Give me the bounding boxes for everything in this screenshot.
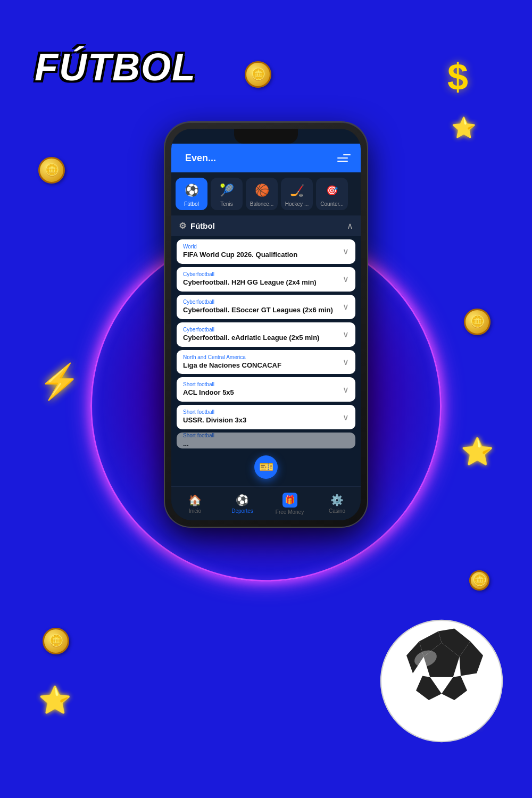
- bet-icon[interactable]: 🎫: [254, 455, 278, 479]
- league-item-2[interactable]: Cyberfootball Cyberfootball. ESoccer GT …: [177, 295, 355, 319]
- phone-notch: [234, 129, 298, 144]
- dollar-icon: $: [447, 56, 468, 98]
- sports-tabs: ⚽ Fútbol 🎾 Tenis 🏀 Balonce... 🏒 Hockey .…: [171, 172, 361, 215]
- section-title: ⚙ Fútbol: [179, 221, 215, 231]
- league-category-5: Short football: [183, 381, 338, 387]
- tab-futbol[interactable]: ⚽ Fútbol: [176, 178, 207, 210]
- coin-mid-right: 🪙: [464, 309, 491, 335]
- svg-point-0: [381, 620, 502, 742]
- phone-screen: Even... ⚽ Fútbol 🎾 Tenis 🏀: [171, 129, 361, 520]
- star-bottom-left: ⭐: [38, 685, 71, 716]
- league-chevron-1: ∨: [343, 274, 349, 284]
- baloncesto-label: Balonce...: [250, 201, 273, 207]
- section-header[interactable]: ⚙ Fútbol ∧: [171, 215, 361, 236]
- tab-counter[interactable]: 🎯 Counter...: [316, 178, 348, 210]
- league-category-7: Short football: [183, 433, 349, 438]
- futbol-label: Fútbol: [184, 201, 199, 207]
- tab-tenis[interactable]: 🎾 Tenis: [211, 178, 243, 210]
- futbol-icon: ⚽: [183, 182, 200, 199]
- league-item-3[interactable]: Cyberfootball Cyberfootball. eAdriatic L…: [177, 322, 355, 347]
- coin-bottom-left: 🪙: [43, 628, 69, 654]
- league-info-4: North and Central America Liga de Nacion…: [183, 354, 338, 370]
- league-category-2: Cyberfootball: [183, 299, 338, 305]
- league-chevron-0: ∨: [343, 246, 349, 256]
- menu-line-2: [337, 157, 348, 159]
- league-item-5[interactable]: Short football ACL Indoor 5x5 ∨: [177, 377, 355, 402]
- league-chevron-6: ∨: [343, 412, 349, 422]
- svg-marker-4: [442, 676, 467, 700]
- league-name-1: Cyberfootball. H2H GG League (2x4 min): [183, 278, 338, 287]
- svg-marker-6: [406, 642, 423, 674]
- league-info-0: World FIFA World Cup 2026. Qualification: [183, 244, 338, 260]
- phone-frame: Even... ⚽ Fútbol 🎾 Tenis 🏀: [165, 122, 367, 527]
- nav-deportes-label: Deportes: [231, 508, 253, 514]
- menu-button[interactable]: [333, 148, 352, 168]
- phone-container: Even... ⚽ Fútbol 🎾 Tenis 🏀: [165, 122, 367, 527]
- league-category-0: World: [183, 244, 338, 250]
- header-title: Even...: [180, 153, 216, 164]
- nav-free-money-label: Free Money: [276, 509, 304, 515]
- nav-casino[interactable]: ⚙️ Casino: [313, 494, 361, 514]
- coin-bottom-right: 🪙: [469, 570, 489, 591]
- league-name-4: Liga de Naciones CONCACAF: [183, 361, 338, 370]
- svg-marker-1: [423, 643, 459, 677]
- league-name-7: ...: [183, 439, 349, 448]
- nav-inicio-label: Inicio: [189, 508, 201, 514]
- tenis-label: Tenis: [220, 201, 232, 207]
- menu-line-3: [337, 161, 348, 162]
- league-info-5: Short football ACL Indoor 5x5: [183, 381, 338, 397]
- tab-baloncesto[interactable]: 🏀 Balonce...: [246, 178, 278, 210]
- league-chevron-2: ∨: [343, 302, 349, 312]
- league-category-3: Cyberfootball: [183, 327, 338, 332]
- league-name-6: USSR. Division 3x3: [183, 416, 338, 425]
- leagues-list: World FIFA World Cup 2026. Qualification…: [171, 236, 361, 452]
- nav-deportes[interactable]: ⚽ Deportes: [219, 494, 266, 514]
- league-name-3: Cyberfootball. eAdriatic League (2x5 min…: [183, 334, 338, 343]
- league-name-5: ACL Indoor 5x5: [183, 388, 338, 397]
- league-name-2: Cyberfootball. ESoccer GT Leagues (2x6 m…: [183, 306, 338, 315]
- nav-casino-label: Casino: [329, 508, 345, 514]
- star-bottom-right: ⭐: [460, 705, 485, 729]
- tab-hockey[interactable]: 🏒 Hockey ...: [281, 178, 313, 210]
- league-chevron-5: ∨: [343, 385, 349, 395]
- counter-icon: 🎯: [323, 182, 340, 199]
- league-name-0: FIFA World Cup 2026. Qualification: [183, 251, 338, 260]
- svg-marker-5: [416, 676, 442, 700]
- page-title: FÚTBOL: [35, 45, 196, 89]
- league-item-0[interactable]: World FIFA World Cup 2026. Qualification…: [177, 239, 355, 264]
- deportes-icon: ⚽: [236, 494, 249, 506]
- tenis-icon: 🎾: [218, 182, 235, 199]
- svg-point-8: [381, 620, 502, 742]
- nav-inicio[interactable]: 🏠 Inicio: [171, 494, 219, 514]
- section-chevron-icon: ∧: [347, 221, 353, 231]
- svg-point-9: [412, 647, 439, 670]
- coin-top-left: 🪙: [38, 157, 65, 184]
- svg-marker-3: [460, 642, 483, 676]
- league-info-2: Cyberfootball Cyberfootball. ESoccer GT …: [183, 299, 338, 315]
- league-item-7[interactable]: Short football ...: [177, 433, 355, 448]
- svg-marker-2: [438, 629, 470, 657]
- nav-free-money[interactable]: 🎁 Free Money: [266, 493, 313, 515]
- soccer-ball: [378, 617, 505, 745]
- league-item-4[interactable]: North and Central America Liga de Nacion…: [177, 350, 355, 375]
- counter-label: Counter...: [320, 201, 343, 207]
- league-chevron-4: ∨: [343, 357, 349, 367]
- app-header: Even...: [171, 144, 361, 172]
- home-icon: 🏠: [188, 494, 202, 506]
- lightning-icon: ⚡: [38, 362, 81, 402]
- baloncesto-icon: 🏀: [253, 182, 270, 199]
- league-info-3: Cyberfootball Cyberfootball. eAdriatic L…: [183, 327, 338, 343]
- league-chevron-3: ∨: [343, 329, 349, 339]
- gear-icon: ⚙: [179, 221, 186, 231]
- league-category-6: Short football: [183, 409, 338, 415]
- league-item-6[interactable]: Short football USSR. Division 3x3 ∨: [177, 405, 355, 429]
- league-item-1[interactable]: Cyberfootball Cyberfootball. H2H GG Leag…: [177, 267, 355, 292]
- bottom-nav: 🏠 Inicio ⚽ Deportes 🎁 Free Money ⚙️ Casi…: [171, 486, 361, 520]
- casino-icon: ⚙️: [330, 494, 344, 506]
- league-info-1: Cyberfootball Cyberfootball. H2H GG Leag…: [183, 271, 338, 287]
- star-top-right: ⭐: [451, 116, 476, 139]
- league-info-7: Short football ...: [183, 433, 349, 448]
- league-category-1: Cyberfootball: [183, 271, 338, 277]
- coin-top-center: 🪙: [245, 61, 271, 88]
- hockey-label: Hockey ...: [285, 201, 309, 207]
